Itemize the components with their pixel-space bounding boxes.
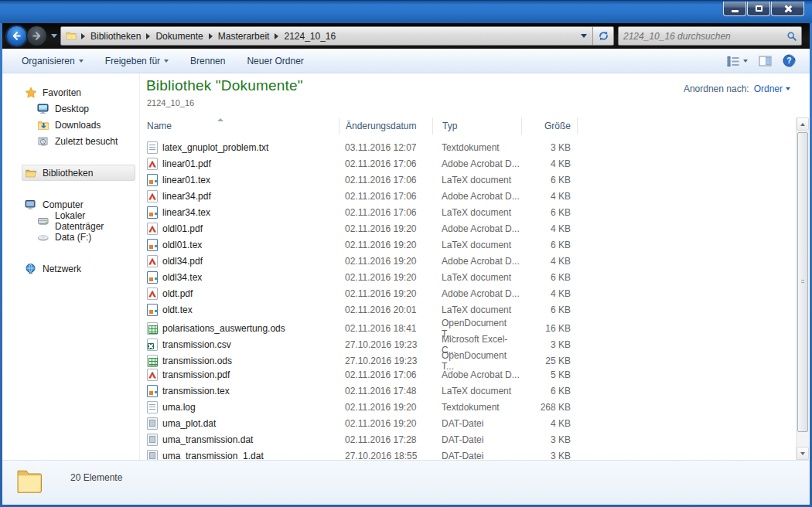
file-name: linear01.tex	[140, 174, 339, 186]
preview-pane-button[interactable]	[759, 56, 772, 66]
address-bar[interactable]: BibliothekenDokumenteMasterarbeit2124_10…	[60, 26, 614, 46]
sidebar-item-netzwerk[interactable]: Netzwerk	[22, 260, 135, 277]
sidebar-item-bibliotheken[interactable]: Bibliotheken	[22, 165, 135, 181]
breadcrumb-segment-bibliotheken[interactable]: Bibliotheken	[87, 31, 144, 42]
toolbar-button-neuer-ordner[interactable]: Neuer Ordner	[238, 52, 312, 70]
ods-file-icon	[147, 322, 158, 335]
help-button[interactable]: ?	[783, 54, 796, 67]
close-button[interactable]	[771, 2, 804, 16]
toolbar-button-organisieren[interactable]: Organisieren	[13, 52, 92, 70]
file-row[interactable]: uma_plot.dat02.11.2016 19:20DAT-Datei4 K…	[140, 415, 796, 431]
toolbar-button-freigeben-f-r[interactable]: Freigeben für	[97, 52, 177, 70]
item-count: 20 Elemente	[70, 472, 122, 483]
file-size: 16 KB	[521, 323, 577, 334]
file-row[interactable]: oldl34.tex02.11.2016 19:20LaTeX document…	[140, 269, 796, 285]
file-row[interactable]: uma.log02.11.2016 19:20Textdokument268 K…	[140, 399, 796, 415]
file-name-text: uma_transmission_1.dat	[162, 451, 264, 461]
sidebar-item-label: Downloads	[55, 120, 101, 131]
file-size: 4 KB	[521, 418, 577, 429]
recent-pages-dropdown-icon[interactable]	[51, 34, 57, 38]
file-size: 6 KB	[521, 207, 577, 218]
minimize-button[interactable]	[723, 2, 746, 16]
sidebar-item-favoriten[interactable]: Favoriten	[22, 84, 135, 100]
forward-button[interactable]	[26, 26, 47, 46]
recent-icon	[37, 135, 50, 148]
file-row[interactable]: oldl01.tex02.11.2016 19:20LaTeX document…	[140, 236, 796, 253]
file-row[interactable]: transmission.pdf02.11.2016 17:06Adobe Ac…	[140, 366, 796, 383]
file-row[interactable]: linear34.pdf02.11.2016 17:06Adobe Acroba…	[140, 188, 796, 204]
chevron-down-icon	[786, 87, 790, 90]
breadcrumb-segment-dokumente[interactable]: Dokumente	[152, 31, 206, 42]
file-row[interactable]: latex_gnuplot_problem.txt03.11.2016 12:0…	[140, 139, 796, 155]
file-name: oldt.tex	[140, 304, 339, 316]
toolbar-button-brennen[interactable]: Brennen	[182, 52, 234, 70]
sidebar-item-zuletzt-besucht[interactable]: Zuletzt besucht	[34, 133, 135, 149]
file-size: 5 KB	[521, 369, 577, 380]
tex-file-icon	[147, 271, 158, 284]
scroll-down-button[interactable]	[797, 447, 809, 460]
file-size: 25 KB	[521, 356, 577, 366]
file-name: transmission.tex	[140, 385, 339, 397]
search-input[interactable]	[619, 31, 783, 42]
file-name: uma_transmission.dat	[140, 434, 339, 446]
sidebar-item-lokaler-datentr-ger[interactable]: Lokaler Datenträger	[34, 213, 135, 229]
file-row[interactable]: oldt.pdf02.11.2016 19:20Adobe Acrobat D.…	[140, 285, 796, 301]
address-dropdown-button[interactable]	[575, 27, 592, 45]
library-subtitle: 2124_10_16	[147, 98, 194, 107]
file-row[interactable]: oldt.tex02.11.2016 20:01LaTeX document6 …	[140, 301, 796, 318]
file-size: 4 KB	[521, 191, 577, 202]
arrange-by-value[interactable]: Ordner	[754, 83, 790, 94]
toolbar-button-label: Brennen	[190, 56, 225, 66]
file-row[interactable]: linear34.tex02.11.2016 17:06LaTeX docume…	[140, 204, 796, 220]
dat-file-icon	[147, 450, 158, 461]
file-date: 02.11.2016 17:06	[339, 191, 432, 202]
file-row[interactable]: linear01.tex02.11.2016 17:06LaTeX docume…	[140, 172, 796, 188]
breadcrumb-separator-icon[interactable]	[275, 33, 278, 39]
downloads-icon	[37, 119, 50, 131]
preview-pane-icon	[759, 56, 772, 66]
scrollbar-thumb[interactable]	[797, 132, 808, 432]
title-bar[interactable]	[0, 0, 812, 23]
change-view-button[interactable]	[727, 56, 748, 66]
column-headers: Name Änderungsdatum Typ Größe	[140, 117, 796, 134]
column-header-size[interactable]: Größe	[521, 117, 577, 134]
file-row[interactable]: uma_transmission.dat02.11.2016 17:28DAT-…	[140, 431, 796, 447]
sidebar-item-desktop[interactable]: Desktop	[34, 100, 135, 117]
file-row[interactable]: polarisations_auswertung.ods02.11.2016 1…	[140, 318, 796, 334]
file-type: DAT-Datei	[432, 451, 521, 461]
vertical-scrollbar[interactable]	[796, 117, 809, 460]
breadcrumb-segment-2124-10-16[interactable]: 2124_10_16	[281, 31, 339, 42]
toolbar-items: OrganisierenFreigeben fürBrennenNeuer Or…	[2, 52, 312, 70]
search-icon[interactable]	[783, 31, 801, 42]
file-row[interactable]: transmission.csv27.10.2016 19:23Microsof…	[140, 334, 796, 350]
file-row[interactable]: oldl34.pdf02.11.2016 19:20Adobe Acrobat …	[140, 253, 796, 269]
breadcrumb-separator-icon[interactable]	[209, 33, 213, 39]
scroll-down-icon	[800, 452, 805, 455]
sidebar-item-downloads[interactable]: Downloads	[34, 117, 135, 133]
network-icon	[25, 263, 38, 275]
column-header-name[interactable]: Name	[140, 117, 339, 134]
file-row[interactable]: linear01.pdf02.11.2016 17:06Adobe Acroba…	[140, 155, 796, 172]
file-row[interactable]: transmission.tex02.11.2016 17:48LaTeX do…	[140, 383, 796, 399]
file-name: oldt.pdf	[140, 288, 339, 300]
file-row[interactable]: oldl01.pdf02.11.2016 19:20Adobe Acrobat …	[140, 220, 796, 236]
chevron-down-icon	[79, 60, 84, 63]
scroll-up-button[interactable]	[797, 117, 809, 131]
file-type: DAT-Datei	[432, 434, 521, 445]
breadcrumb-separator-icon[interactable]	[81, 33, 85, 39]
column-header-type[interactable]: Typ	[432, 117, 521, 134]
sort-ascending-icon	[217, 118, 223, 121]
file-row[interactable]: transmission.ods27.10.2016 19:23OpenDocu…	[140, 350, 796, 366]
back-button[interactable]	[6, 26, 27, 46]
breadcrumb-segment-masterarbeit[interactable]: Masterarbeit	[215, 31, 273, 42]
maximize-button[interactable]	[747, 2, 770, 16]
breadcrumb-separator-icon[interactable]	[146, 33, 150, 39]
pdf-file-icon	[147, 190, 158, 202]
toolbar-right: ?	[727, 54, 810, 67]
scroll-up-icon	[800, 123, 805, 126]
column-header-date[interactable]: Änderungsdatum	[339, 117, 432, 134]
sidebar-item-label: Netzwerk	[43, 264, 81, 274]
file-name: oldl34.tex	[140, 271, 339, 284]
file-row[interactable]: uma_transmission_1.dat27.10.2016 18:55DA…	[140, 447, 796, 460]
refresh-button[interactable]	[592, 27, 613, 45]
